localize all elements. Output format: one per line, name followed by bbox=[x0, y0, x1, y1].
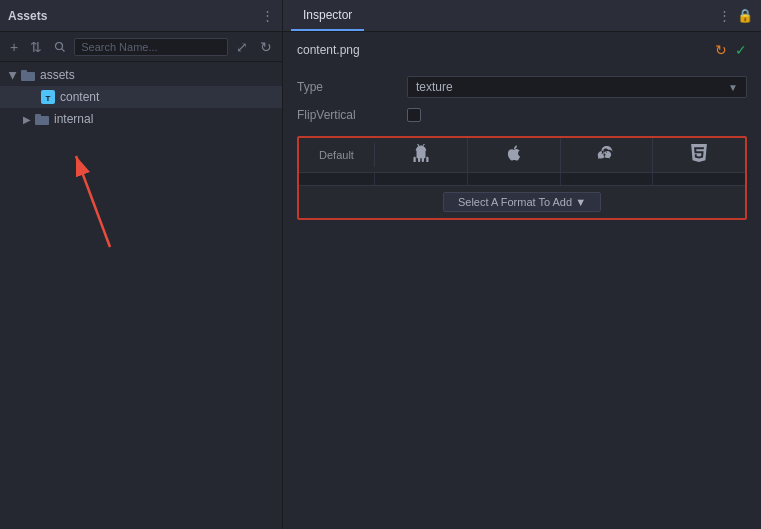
type-select[interactable]: texture ▼ bbox=[407, 76, 747, 98]
html5-icon bbox=[690, 148, 708, 165]
inspector-menu-button[interactable]: ⋮ bbox=[718, 8, 731, 23]
expand-arrow-assets: ▶ bbox=[8, 68, 19, 82]
format-header-android[interactable] bbox=[375, 138, 468, 172]
wechat-icon bbox=[597, 148, 615, 165]
asset-icon-content: T bbox=[40, 89, 56, 105]
tree-item-internal[interactable]: ▶ internal bbox=[0, 108, 282, 130]
flipvertical-prop-row: FlipVertical bbox=[297, 102, 747, 128]
folder-icon-internal bbox=[34, 111, 50, 127]
add-format-row: Select A Format To Add ▼ bbox=[299, 185, 745, 218]
assets-menu-button[interactable]: ⋮ bbox=[261, 8, 274, 23]
format-cell-wechat bbox=[561, 173, 654, 185]
add-format-label: Select A Format To Add ▼ bbox=[458, 196, 586, 208]
expand-arrow-internal: ▶ bbox=[20, 114, 34, 125]
asset-tree: ▶ assets ▶ T content ▶ bbox=[0, 62, 282, 529]
type-label: Type bbox=[297, 80, 407, 94]
lock-icon[interactable]: 🔒 bbox=[737, 8, 753, 23]
flipvertical-label: FlipVertical bbox=[297, 108, 407, 122]
action-icons: ↻ ✓ bbox=[715, 42, 747, 58]
refresh-button[interactable]: ↻ bbox=[256, 37, 276, 57]
format-header-default: Default bbox=[299, 143, 375, 167]
tree-label-content: content bbox=[60, 90, 99, 104]
svg-rect-7 bbox=[35, 114, 41, 118]
inspector-tab[interactable]: Inspector bbox=[291, 0, 364, 31]
format-header-html5[interactable] bbox=[653, 138, 745, 172]
apple-icon bbox=[505, 148, 523, 165]
svg-line-1 bbox=[62, 48, 65, 51]
add-format-button[interactable]: Select A Format To Add ▼ bbox=[443, 192, 601, 212]
tree-label-assets: assets bbox=[40, 68, 75, 82]
format-cell-apple bbox=[468, 173, 561, 185]
format-header-wechat[interactable] bbox=[561, 138, 654, 172]
format-header-apple[interactable] bbox=[468, 138, 561, 172]
inspector-header-right: ⋮ 🔒 bbox=[718, 8, 753, 23]
tree-item-content[interactable]: ▶ T content bbox=[0, 86, 282, 108]
search-wrap bbox=[74, 38, 228, 56]
search-input[interactable] bbox=[74, 38, 228, 56]
inspector-panel-header: Inspector ⋮ 🔒 bbox=[283, 0, 761, 32]
assets-toolbar: + ⇅ ⤢ ↻ bbox=[0, 32, 282, 62]
format-cell-default bbox=[299, 173, 375, 185]
flipvertical-value bbox=[407, 108, 747, 122]
file-name-row: content.png ↻ ✓ bbox=[297, 42, 747, 64]
format-default-row bbox=[299, 173, 745, 185]
inspector-body: content.png ↻ ✓ Type texture ▼ FlipVer bbox=[283, 32, 761, 529]
format-cell-html5 bbox=[653, 173, 745, 185]
tree-area-container: ▶ assets ▶ T content ▶ bbox=[0, 62, 282, 529]
chevron-down-icon: ▼ bbox=[728, 82, 738, 93]
tree-label-internal: internal bbox=[54, 112, 93, 126]
format-table-container: Default bbox=[297, 136, 747, 220]
svg-point-0 bbox=[56, 42, 63, 49]
type-select-value: texture bbox=[416, 80, 453, 94]
svg-rect-3 bbox=[21, 70, 27, 74]
right-panel: Inspector ⋮ 🔒 content.png ↻ ✓ Type bbox=[283, 0, 761, 529]
svg-text:T: T bbox=[46, 94, 51, 103]
flipvertical-checkbox[interactable] bbox=[407, 108, 421, 122]
sort-button[interactable]: ⇅ bbox=[26, 37, 46, 57]
format-cell-android bbox=[375, 173, 468, 185]
assets-panel-header: Assets ⋮ bbox=[0, 0, 282, 32]
format-table-header: Default bbox=[299, 138, 745, 173]
apply-icon[interactable]: ✓ bbox=[735, 42, 747, 58]
file-name: content.png bbox=[297, 43, 360, 57]
refresh-asset-icon[interactable]: ↻ bbox=[715, 42, 727, 58]
assets-title: Assets bbox=[8, 9, 47, 23]
inspector-tab-bar: Inspector bbox=[291, 0, 364, 31]
folder-icon-assets bbox=[20, 67, 36, 83]
add-asset-button[interactable]: + bbox=[6, 37, 22, 57]
android-icon bbox=[412, 148, 430, 165]
tree-item-assets[interactable]: ▶ assets bbox=[0, 64, 282, 86]
search-toggle-button[interactable] bbox=[50, 39, 70, 55]
type-prop-row: Type texture ▼ bbox=[297, 74, 747, 100]
type-value: texture ▼ bbox=[407, 76, 747, 98]
expand-button[interactable]: ⤢ bbox=[232, 37, 252, 57]
left-panel: Assets ⋮ + ⇅ ⤢ ↻ ▶ bbox=[0, 0, 283, 529]
